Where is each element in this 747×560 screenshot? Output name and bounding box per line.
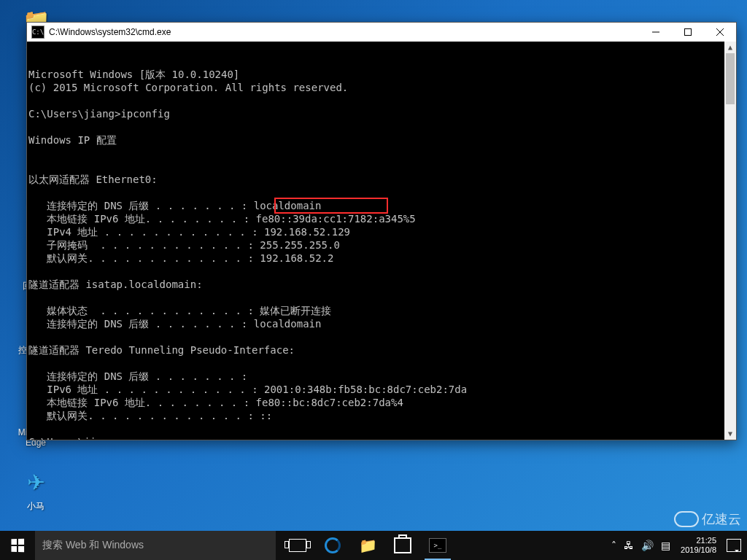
explorer-button[interactable]: 📁 [350,531,385,560]
cmd-icon: >_ [429,538,446,553]
scroll-thumb[interactable] [726,53,735,104]
terminal-line: C:\Users\jiang> [28,435,735,440]
terminal-line: Microsoft Windows [版本 10.0.10240] [28,68,735,81]
terminal-line [28,265,735,278]
notifications-icon[interactable] [727,539,741,552]
terminal-line: 本地链接 IPv6 地址. . . . . . . . : fe80::39da… [28,212,735,225]
search-placeholder: 搜索 Web 和 Windows [42,539,144,552]
terminal-line: (c) 2015 Microsoft Corporation. All righ… [28,81,735,94]
terminal-output[interactable]: Microsoft Windows [版本 10.0.10240](c) 201… [27,42,736,440]
terminal-line: C:\Users\jiang>ipconfig [28,107,735,120]
terminal-line [28,160,735,173]
clock-time: 21:25 [696,536,716,545]
store-button[interactable] [385,531,420,560]
edge-icon [325,537,341,553]
cmd-title-icon: C:\ [31,26,44,39]
scrollbar[interactable]: ▲ ▼ [724,42,736,440]
tray-chevron-up-icon[interactable]: ˄ [611,540,616,551]
terminal-line: Windows IP 配置 [28,133,735,147]
terminal-line [28,422,735,435]
clock[interactable]: 21:25 2019/10/8 [678,536,719,555]
terminal-line: 隧道适配器 Teredo Tunneling Pseudo-Interface: [28,343,735,357]
taskview-icon [289,539,306,552]
desktop[interactable]: 📁jiang🖧网络🗑回收站🛠控制面板eMicrosoft Edge✈小马 C:\… [0,0,747,560]
svg-rect-1 [685,29,692,36]
terminal-line: 连接特定的 DNS 后缀 . . . . . . . : localdomain [28,199,735,212]
folder-icon: 📁 [359,537,377,554]
cloud-icon [674,511,699,527]
windows-logo-icon [11,539,24,553]
store-icon [394,537,411,553]
minimize-icon [652,28,659,36]
terminal-line [28,186,735,199]
terminal-line [28,291,735,304]
terminal-line: 子网掩码 . . . . . . . . . . . . : 255.255.2… [28,238,735,252]
terminal-line: IPv6 地址 . . . . . . . . . . . . : 2001:0… [28,383,735,396]
cmd-window[interactable]: C:\ C:\Windows\system32\cmd.exe Microsof… [26,22,737,440]
watermark: 亿速云 [674,510,741,528]
terminal-line [28,357,735,370]
xiaoma-label: 小马 [10,500,61,513]
xiaoma[interactable]: ✈小马 [10,467,61,513]
terminal-line: 以太网适配器 Ethernet0: [28,173,735,186]
terminal-line: 连接特定的 DNS 后缀 . . . . . . . : [28,370,735,383]
taskview-button[interactable] [280,531,315,560]
xiaoma-icon: ✈ [20,467,51,497]
scroll-up-icon[interactable]: ▲ [724,42,736,53]
close-icon [716,28,724,36]
maximize-icon [684,28,692,36]
taskbar[interactable]: 搜索 Web 和 Windows 📁 >_ ˄ 🖧 🔊 ▤ 21:25 2019… [0,531,747,560]
terminal-line: 连接特定的 DNS 后缀 . . . . . . . : localdomain [28,317,735,330]
terminal-line: IPv4 地址 . . . . . . . . . . . . : 192.16… [28,225,735,238]
terminal-line: 隧道适配器 isatap.localdomain: [28,278,735,291]
ime-icon[interactable]: ▤ [661,540,670,551]
terminal-line: 媒体状态 . . . . . . . . . . . . : 媒体已断开连接 [28,304,735,317]
close-button[interactable] [704,23,736,42]
terminal-line [28,94,735,107]
cmd-taskbar-button[interactable]: >_ [420,531,455,560]
edge-button[interactable] [315,531,350,560]
terminal-line [28,120,735,133]
titlebar[interactable]: C:\ C:\Windows\system32\cmd.exe [27,23,736,42]
terminal-line: 默认网关. . . . . . . . . . . . . : 192.168.… [28,252,735,265]
window-title: C:\Windows\system32\cmd.exe [49,27,640,37]
terminal-line [28,147,735,160]
start-button[interactable] [0,531,35,560]
network-icon[interactable]: 🖧 [624,540,634,551]
scroll-down-icon[interactable]: ▼ [724,428,736,440]
terminal-line [28,330,735,343]
minimize-button[interactable] [640,23,672,42]
terminal-line: 本地链接 IPv6 地址. . . . . . . . : fe80::bc:8… [28,396,735,409]
clock-date: 2019/10/8 [681,545,716,555]
search-input[interactable]: 搜索 Web 和 Windows [35,531,276,560]
maximize-button[interactable] [672,23,704,42]
volume-icon[interactable]: 🔊 [641,540,654,551]
watermark-text: 亿速云 [702,510,741,528]
system-tray[interactable]: ˄ 🖧 🔊 ▤ 21:25 2019/10/8 [605,531,747,560]
terminal-line: 默认网关. . . . . . . . . . . . . : :: [28,409,735,422]
